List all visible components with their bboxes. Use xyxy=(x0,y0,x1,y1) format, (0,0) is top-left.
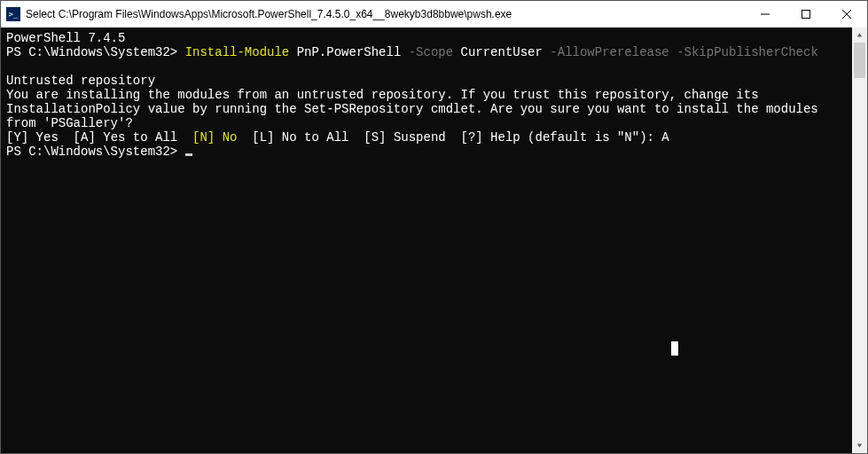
vertical-scrollbar[interactable] xyxy=(852,27,867,453)
choice-suspend: [S] Suspend xyxy=(356,130,453,145)
title-bar[interactable]: >_ Select C:\Program Files\WindowsApps\M… xyxy=(1,1,867,27)
choice-no: [N] No xyxy=(185,130,245,145)
terminal-output[interactable]: PowerShell 7.4.5 PS C:\Windows\System32>… xyxy=(1,27,852,453)
selection-highlight xyxy=(671,341,678,356)
minimize-button[interactable] xyxy=(745,1,786,27)
choice-help: [?] Help (default is "N"): xyxy=(453,130,661,145)
maximize-button[interactable] xyxy=(786,1,826,27)
prompt-1: PS C:\Windows\System32> xyxy=(6,45,185,59)
scroll-down-button[interactable] xyxy=(852,438,867,453)
scope-value: CurrentUser xyxy=(453,45,543,59)
window-title: Select C:\Program Files\WindowsApps\Micr… xyxy=(26,8,512,20)
module-arg: PnP.PowerShell xyxy=(289,45,401,59)
choice-yes-all: [A] Yes to All xyxy=(66,130,184,145)
powershell-window: >_ Select C:\Program Files\WindowsApps\M… xyxy=(0,0,868,454)
ps-version-line: PowerShell 7.4.5 xyxy=(6,31,125,45)
scroll-thumb[interactable] xyxy=(854,43,865,78)
untrusted-heading: Untrusted repository xyxy=(6,74,155,88)
prompt-2: PS C:\Windows\System32> xyxy=(6,145,185,159)
scroll-track[interactable] xyxy=(852,43,867,438)
scroll-up-button[interactable] xyxy=(852,27,867,43)
powershell-icon: >_ xyxy=(6,7,20,21)
svg-marker-4 xyxy=(857,33,863,36)
text-cursor xyxy=(185,153,192,156)
choice-yes: [Y] Yes xyxy=(6,130,66,145)
close-button[interactable] xyxy=(826,1,867,27)
skip-publisher-check-param: -SkipPublisherCheck xyxy=(669,45,818,59)
choice-answer: A xyxy=(661,130,669,145)
allow-prerelease-param: -AllowPrerelease xyxy=(543,45,669,59)
choice-no-all: [L] No to All xyxy=(245,130,356,145)
terminal-container: PowerShell 7.4.5 PS C:\Windows\System32>… xyxy=(1,27,867,453)
scope-param: -Scope xyxy=(401,45,453,59)
svg-rect-1 xyxy=(802,11,810,19)
svg-marker-5 xyxy=(857,443,863,447)
cmdlet-name: Install-Module xyxy=(185,45,290,59)
untrusted-body: You are installing the modules from an u… xyxy=(6,88,825,130)
